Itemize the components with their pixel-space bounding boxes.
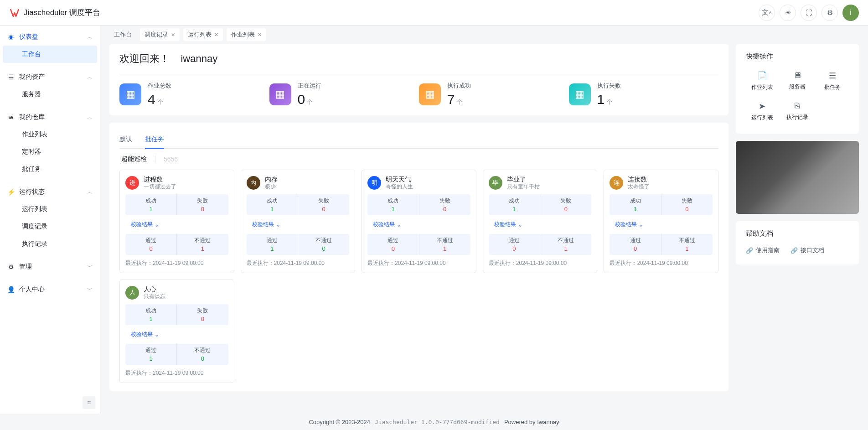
quick-icon: 📄 (757, 71, 767, 81)
stat-unit: 个 (157, 98, 163, 105)
task-subtitle: 只有淡忘 (144, 293, 165, 300)
close-icon[interactable]: ✕ (214, 32, 218, 38)
inner-tab-default[interactable]: 默认 (119, 131, 132, 148)
nav-repo[interactable]: ≋我的仓库 ︿ (0, 109, 100, 126)
task-card[interactable]: 人 人心 只有淡忘 成功1 失败0 校验结果 ⌄ 通过1 不通过0 最近执行：2… (119, 280, 234, 383)
sidebar-collapse-button[interactable]: ≡ (83, 396, 95, 409)
nav-execlog[interactable]: 执行记录 (0, 235, 100, 253)
help-link[interactable]: 🔗使用指南 (746, 244, 780, 256)
task-card[interactable]: 明 明天天气 奇怪的人生 成功1 失败0 校验结果 ⌄ 通过0 不通过1 最近执… (362, 170, 476, 273)
metric-block-1: 成功1 失败0 (125, 304, 228, 325)
stat-icon: ▦ (569, 83, 591, 105)
task-card[interactable]: 进 进程数 一切都过去了 成功1 失败0 校验结果 ⌄ 通过0 不通过1 最近执… (119, 170, 234, 273)
quick-label: 服务器 (789, 83, 806, 91)
stat-value-row: 1个 (597, 92, 621, 107)
nav-schedulelog[interactable]: 调度记录 (0, 218, 100, 235)
stat-unit: 个 (457, 98, 463, 105)
metric-pass: 通过0 (367, 234, 419, 255)
quick-grid: 📄作业列表🖥服务器☰批任务➤运行列表⎘执行记录 (746, 67, 849, 125)
close-icon[interactable]: ✕ (171, 32, 175, 38)
user-avatar[interactable]: i (842, 5, 859, 21)
inner-tab-batch[interactable]: 批任务 (145, 131, 164, 148)
metric-success: 成功1 (367, 194, 419, 215)
settings-button[interactable]: ⚙ (822, 5, 838, 21)
quick-actions-card: 快捷操作 📄作业列表🖥服务器☰批任务➤运行列表⎘执行记录 (736, 44, 859, 134)
nav-joblist[interactable]: 作业列表 (0, 126, 100, 143)
check-result-toggle[interactable]: 校验结果 ⌄ (489, 220, 592, 229)
task-subtitle: 只有童年干枯 (507, 183, 540, 190)
tab-3[interactable]: 作业列表✕ (227, 28, 266, 41)
tab-2[interactable]: 运行列表✕ (183, 28, 223, 41)
stat-unit: 个 (307, 98, 313, 105)
task-titles: 人心 只有淡忘 (144, 285, 165, 300)
tab-0[interactable]: 工作台 (109, 28, 136, 41)
help-label: 接口文档 (801, 246, 824, 254)
gear-icon: ⚙ (7, 263, 15, 270)
tab-1[interactable]: 调度记录✕ (140, 28, 180, 41)
quick-item[interactable]: ⎘执行记录 (781, 98, 813, 125)
stat-value: 4 (148, 92, 155, 107)
check-result-toggle[interactable]: 校验结果 ⌄ (125, 220, 228, 229)
quick-item[interactable]: ☰批任务 (816, 67, 849, 95)
help-link[interactable]: 🔗接口文档 (790, 244, 824, 256)
chevron-down-icon: ﹀ (87, 263, 93, 271)
help-title: 帮助文档 (746, 229, 849, 238)
nav-workspace[interactable]: 工作台 (3, 46, 97, 63)
topbar: Jiascheduler 调度平台 文A ☀ ⛶ ⚙ i (0, 0, 868, 26)
list-icon: ☰ (7, 73, 15, 81)
nav-assets-label: 我的资产 (19, 73, 45, 81)
close-icon[interactable]: ✕ (258, 32, 262, 38)
stat-value: 1 (597, 92, 605, 107)
language-button[interactable]: 文A (759, 5, 775, 21)
quick-icon: ➤ (759, 101, 765, 111)
stat-item: ▦ 执行成功 7个 (419, 82, 569, 107)
link-icon: 🔗 (746, 247, 753, 254)
metric-pass: 通过0 (125, 234, 177, 255)
quick-icon: ⎘ (795, 101, 800, 111)
stat-item: ▦ 作业总数 4个 (119, 82, 269, 107)
quick-item[interactable]: 🖥服务器 (781, 67, 813, 95)
nav-batch[interactable]: 批任务 (0, 161, 100, 178)
quick-item[interactable]: ➤运行列表 (746, 98, 778, 125)
check-result-toggle[interactable]: 校验结果 ⌄ (610, 220, 713, 229)
fullscreen-button[interactable]: ⛶ (801, 5, 817, 21)
quick-label: 执行记录 (786, 114, 808, 121)
task-card[interactable]: 内 内存 极少 成功1 失败0 校验结果 ⌄ 通过1 不通过0 最近执行：202… (241, 170, 356, 273)
check-result-toggle[interactable]: 校验结果 ⌄ (247, 220, 350, 229)
nav-runstate[interactable]: ⚡运行状态 ︿ (0, 183, 100, 201)
check-result-toggle[interactable]: 校验结果 ⌄ (367, 220, 470, 229)
metric-block-2: 通过0 不通过1 (610, 234, 713, 255)
nav-assets[interactable]: ☰我的资产 ︿ (0, 68, 100, 86)
metric-block-1: 成功1 失败0 (367, 194, 470, 215)
task-head: 毕 毕业了 只有童年干枯 (489, 176, 592, 190)
nav-timer[interactable]: 定时器 (0, 143, 100, 161)
metric-fail: 失败0 (540, 194, 591, 215)
metric-nopass: 不通过0 (298, 234, 349, 255)
bolt-icon: ⚡ (7, 188, 15, 196)
metric-block-1: 成功1 失败0 (247, 194, 350, 215)
stat-body: 执行失败 1个 (597, 82, 621, 107)
check-result-toggle[interactable]: 校验结果 ⌄ (125, 330, 228, 339)
nav-server[interactable]: 服务器 (0, 86, 100, 103)
nav-admin[interactable]: ⚙管理 ﹀ (0, 258, 100, 275)
nav-runlist[interactable]: 运行列表 (0, 201, 100, 218)
nav-dashboard[interactable]: ◉仪表盘 ︿ (0, 28, 100, 46)
nav-personal[interactable]: 👤个人中心 ﹀ (0, 281, 100, 298)
task-head: 连 连接数 太奇怪了 (610, 176, 713, 190)
chevron-up-icon: ︿ (87, 114, 93, 121)
theme-toggle-button[interactable]: ☀ (780, 5, 796, 21)
quick-item[interactable]: 📄作业列表 (746, 67, 778, 95)
stat-value-row: 7个 (447, 92, 471, 107)
task-lastrun: 最近执行：2024-11-19 09:00:00 (367, 259, 470, 267)
task-avatar: 进 (125, 176, 139, 190)
task-head: 明 明天天气 奇怪的人生 (367, 176, 470, 190)
task-card[interactable]: 毕 毕业了 只有童年干枯 成功1 失败0 校验结果 ⌄ 通过0 不通过1 最近执… (483, 170, 598, 273)
chevron-down-icon: ⌄ (155, 222, 159, 228)
task-card[interactable]: 连 连接数 太奇怪了 成功1 失败0 校验结果 ⌄ 通过0 不通过1 最近执行：… (604, 170, 718, 273)
sidebar: ◉仪表盘 ︿ 工作台 ☰我的资产 ︿ 服务器 ≋我的仓库 ︿ 作业列表 定时器 … (0, 26, 100, 414)
metric-nopass: 不通过0 (177, 344, 228, 365)
welcome-username: iwannay (181, 53, 217, 64)
metric-block-2: 通过0 不通过1 (489, 234, 592, 255)
app-logo (9, 7, 20, 18)
metric-nopass: 不通过1 (419, 234, 470, 255)
